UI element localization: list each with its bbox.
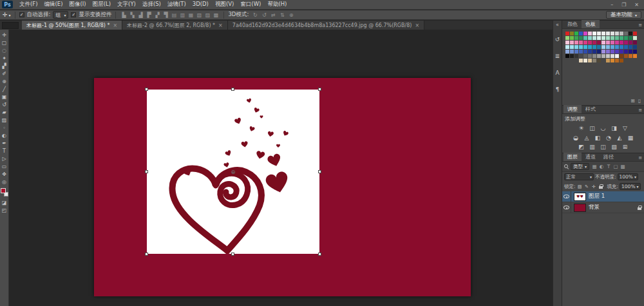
marquee-tool[interactable]: ▢ <box>0 39 8 46</box>
document-canvas[interactable]: ⊕ <box>94 78 471 296</box>
color-swatch[interactable] <box>570 32 574 35</box>
swatches-tab[interactable]: 颜色 <box>564 20 582 28</box>
color-swatch[interactable] <box>633 32 637 35</box>
color-swatch[interactable] <box>620 36 623 40</box>
panel-menu-icon[interactable]: ≡ <box>638 23 642 28</box>
pen-tool[interactable]: ✒ <box>0 139 8 147</box>
expand-dock-button[interactable]: « <box>556 22 559 28</box>
filter-pixel-layers-icon[interactable]: ▦ <box>591 164 598 169</box>
eraser-tool[interactable]: ▰ <box>0 108 8 116</box>
type-tool[interactable]: T <box>0 147 8 155</box>
color-swatch[interactable] <box>579 36 583 40</box>
layer-visibility-toggle[interactable] <box>562 191 571 202</box>
opacity-value[interactable]: 100%▾ <box>618 173 638 180</box>
color-swatch[interactable] <box>624 45 628 49</box>
color-swatch[interactable] <box>574 41 578 44</box>
color-swatch[interactable] <box>620 50 623 53</box>
color-swatch[interactable] <box>629 36 632 40</box>
filter-smart-objects-icon[interactable]: ▩ <box>620 164 626 169</box>
distribute-left-edges-button[interactable]: ▧ <box>195 12 203 19</box>
transform-handle[interactable] <box>318 88 321 91</box>
color-swatch[interactable] <box>624 32 628 35</box>
menu-layer[interactable]: 图层(L) <box>90 1 114 8</box>
color-swatch[interactable] <box>624 41 628 44</box>
menu-help[interactable]: 帮助(H) <box>264 1 290 8</box>
color-swatch[interactable] <box>588 41 592 44</box>
pasted-image-layer[interactable]: ⊕ <box>147 90 319 254</box>
eyedropper-tool[interactable]: ✐ <box>0 70 8 77</box>
color-swatch[interactable] <box>583 36 587 40</box>
transform-handle[interactable] <box>231 88 234 91</box>
color-swatch[interactable] <box>570 45 574 49</box>
color-swatch[interactable] <box>565 50 569 53</box>
color-swatch[interactable] <box>611 50 614 53</box>
transform-handle[interactable] <box>145 170 148 173</box>
document-tab-1[interactable]: 未标题-1 @ 50%(图层 1, RGB/8) *× <box>22 21 122 30</box>
transform-handle[interactable] <box>145 253 148 256</box>
color-swatch[interactable] <box>597 36 601 40</box>
healing-brush-tool[interactable]: ⊕ <box>0 77 8 85</box>
transform-handle[interactable] <box>318 170 321 173</box>
color-swatch[interactable] <box>615 45 619 49</box>
blend-mode-dropdown[interactable]: 正常▾ <box>564 173 594 180</box>
clone-stamp-tool[interactable]: ▣ <box>0 93 8 100</box>
color-swatch[interactable] <box>597 50 601 53</box>
paragraph-panel-icon[interactable]: ¶ <box>553 83 562 96</box>
quick-mask-button[interactable]: ◪ <box>0 198 8 206</box>
distribute-bottom-edges-button[interactable]: ▦ <box>187 12 194 19</box>
color-swatch[interactable] <box>620 45 623 49</box>
color-swatch[interactable] <box>570 41 574 44</box>
color-swatch[interactable] <box>565 32 569 35</box>
3d-roll-button[interactable]: ↺ <box>260 12 268 19</box>
color-swatch[interactable] <box>597 32 601 35</box>
posterize-adjustment-icon[interactable]: ▥ <box>589 144 596 151</box>
color-swatch[interactable] <box>597 59 601 62</box>
color-swatch[interactable] <box>592 59 596 62</box>
fill-value[interactable]: 100%▾ <box>620 183 640 190</box>
menu-window[interactable]: 窗口(W) <box>237 1 264 8</box>
color-swatch[interactable] <box>601 32 605 35</box>
color-swatch[interactable] <box>606 41 610 44</box>
swatches-tab[interactable]: 色板 <box>582 20 600 28</box>
color-swatch[interactable] <box>601 50 605 53</box>
panel-menu-icon[interactable]: ≡ <box>638 155 642 160</box>
color-swatch[interactable] <box>592 50 596 53</box>
color-swatch[interactable] <box>611 36 614 40</box>
threshold-adjustment-icon[interactable]: ◫ <box>600 144 607 151</box>
color-swatch[interactable] <box>606 36 610 40</box>
move-tool[interactable]: ✛ <box>0 31 8 39</box>
dodge-tool[interactable]: ◐ <box>0 131 8 139</box>
menu-edit[interactable]: 编辑(E) <box>41 1 66 8</box>
lock-image-pixels-button[interactable]: ✎ <box>584 184 590 189</box>
color-swatch[interactable] <box>633 36 637 40</box>
brightness-contrast-adjustment-icon[interactable]: ☀ <box>578 125 585 132</box>
color-swatch[interactable] <box>611 45 614 49</box>
color-swatch[interactable] <box>570 36 574 40</box>
layer-filter-dropdown[interactable]: 类型▾ <box>571 163 589 170</box>
color-swatch[interactable] <box>601 54 605 58</box>
align-v-centers-button[interactable]: ▞ <box>153 12 161 19</box>
new-swatch-button[interactable]: ⊞ <box>631 98 635 104</box>
lock-position-button[interactable]: ✛ <box>591 184 597 189</box>
color-swatch[interactable] <box>633 41 637 44</box>
color-swatch[interactable] <box>629 32 632 35</box>
color-swatch[interactable] <box>629 45 632 49</box>
auto-select-checkbox[interactable]: ✓ <box>19 12 24 17</box>
color-swatch[interactable] <box>606 45 610 49</box>
minimize-button[interactable]: – <box>611 2 613 8</box>
color-swatch[interactable] <box>611 32 614 35</box>
color-swatch[interactable] <box>588 36 592 40</box>
color-swatch[interactable] <box>615 36 619 40</box>
transform-handle[interactable] <box>145 88 148 91</box>
invert-adjustment-icon[interactable]: ◩ <box>578 144 585 151</box>
distribute-v-centers-button[interactable]: ▥ <box>178 12 186 19</box>
color-swatch[interactable] <box>579 41 583 44</box>
color-swatch[interactable] <box>615 41 619 44</box>
panel-menu-icon[interactable]: ≡ <box>638 108 642 113</box>
layer-row[interactable]: 背景 <box>562 202 644 213</box>
color-swatch[interactable] <box>606 59 610 62</box>
color-swatch[interactable] <box>620 59 623 62</box>
color-swatch[interactable] <box>606 32 610 35</box>
filter-adjustment-layers-icon[interactable]: ◐ <box>598 164 605 169</box>
align-h-centers-button[interactable]: ▚ <box>128 12 136 19</box>
